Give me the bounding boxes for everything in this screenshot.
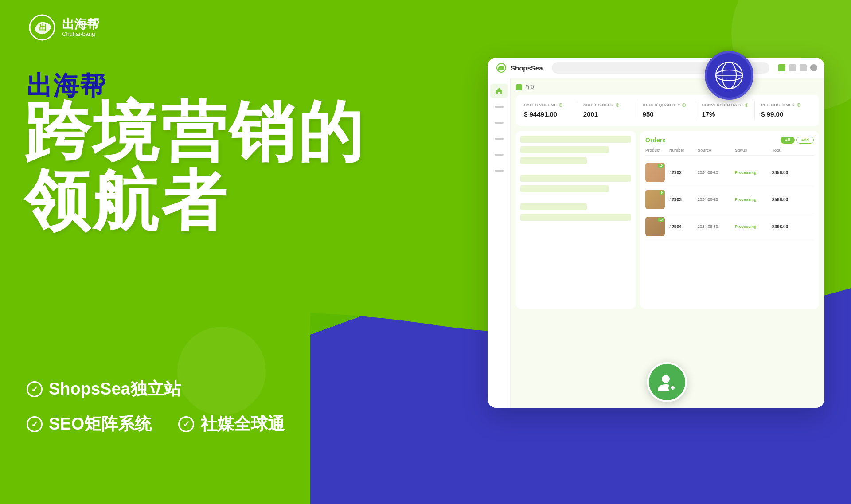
sidebar-item-chart[interactable] (490, 100, 508, 114)
sidebar-item-users[interactable] (490, 148, 508, 162)
order-num-3: #2904 (669, 224, 696, 229)
dash-body: 首页 SALES VOLUME ⓘ $ 94491.00 ACCESS USER (488, 78, 824, 408)
headline-line1: 跨境营销的 (24, 98, 366, 166)
left-placeholder-panel (516, 131, 636, 309)
logo-cn: 出海帮 (62, 18, 99, 31)
sidebar-item-products[interactable] (490, 132, 508, 146)
stat-label-order: ORDER QUANTITY ⓘ (643, 103, 693, 108)
order-date-2: 2024-06-25 (698, 197, 733, 202)
stat-label-sales: SALES VOLUME ⓘ (524, 103, 574, 108)
orders-header: Orders All Add (645, 137, 814, 144)
order-status-3: Processing (735, 224, 770, 229)
dash-icon-user (810, 64, 817, 71)
stat-label-per-customer: PER CUSTOMER ⓘ (761, 103, 811, 108)
check-icon-2: ✓ (27, 416, 43, 432)
order-num-2: #2903 (669, 197, 696, 202)
thumb-badge-1: 10 (658, 164, 664, 168)
stats-grid: SALES VOLUME ⓘ $ 94491.00 ACCESS USER ⓘ … (516, 95, 819, 126)
breadcrumb: 首页 (516, 84, 819, 90)
sidebar-dot-chart (495, 106, 504, 108)
stat-card-sales: SALES VOLUME ⓘ $ 94491.00 (521, 101, 577, 120)
order-status-1: Processing (735, 170, 770, 175)
sidebar-dot-settings (495, 170, 504, 172)
stat-value-access: 2001 (583, 110, 633, 118)
dash-header-icons (778, 64, 817, 71)
placeholder-bar-6 (520, 203, 587, 210)
stat-value-sales: $ 94491.00 (524, 110, 574, 118)
dash-main-content: 首页 SALES VOLUME ⓘ $ 94491.00 ACCESS USER (511, 78, 824, 408)
logo-text-block: 出海帮 Chuhai-bang (62, 18, 99, 37)
stat-info-sales: ⓘ (559, 103, 562, 107)
dash-icon-bell (789, 64, 796, 71)
check-icon-3: ✓ (178, 416, 194, 432)
content-grid: Orders All Add Product Number Source Sta… (516, 131, 819, 309)
logo-en: Chuhai-bang (62, 31, 99, 37)
product-thumb-2: 9 (645, 190, 665, 209)
placeholder-bar-1 (520, 136, 631, 143)
feature-row-2: ✓ SEO矩阵系统 ✓ 社媒全球通 (27, 413, 285, 435)
placeholder-bar-7 (520, 214, 631, 221)
col-status: Status (735, 148, 770, 152)
svg-point-7 (662, 375, 670, 383)
breadcrumb-text: 首页 (525, 84, 535, 90)
dashboard-panel: ShopsSea (488, 58, 824, 408)
order-date-3: 2024-06-30 (698, 224, 733, 229)
avatar-add-button[interactable] (647, 362, 687, 402)
main-container: 出 出海帮 Chuhai-bang 出海帮 跨境营销的 领航者 ✓ ShopsS… (0, 0, 851, 504)
stat-value-order: 950 (643, 110, 693, 118)
dash-icon-grid (778, 64, 785, 71)
sidebar-item-home[interactable] (490, 84, 508, 98)
placeholder-bar-3 (520, 157, 587, 164)
check-icon-1: ✓ (27, 381, 43, 397)
dash-sidebar (488, 78, 511, 408)
dash-icon-settings (800, 64, 807, 71)
orders-table-header: Product Number Source Status Total (645, 148, 814, 156)
stat-info-access: ⓘ (616, 103, 619, 107)
order-total-2: $568.00 (772, 197, 799, 202)
feature-label-2: SEO矩阵系统 (49, 413, 152, 435)
thumb-badge-3: 15 (658, 218, 664, 222)
orders-title: Orders (645, 137, 666, 144)
globe-icon (705, 51, 753, 100)
orders-btn-all[interactable]: All (781, 137, 795, 144)
stat-info-per-customer: ⓘ (797, 103, 800, 107)
thumb-badge-2: 9 (660, 191, 664, 195)
table-row: 9 #2903 2024-06-25 Processing $568.00 (645, 186, 814, 213)
feature-item-2: ✓ SEO矩阵系统 (27, 413, 152, 435)
logo-icon: 出 (27, 14, 58, 41)
dash-header: ShopsSea (488, 58, 824, 78)
stat-card-conversion: CONVERSION RATE ⓘ 17% (699, 101, 755, 120)
dash-app-name: ShopsSea (511, 64, 543, 72)
col-source: Source (698, 148, 733, 152)
order-num-1: #2902 (669, 170, 696, 175)
stat-card-order: ORDER QUANTITY ⓘ 950 (640, 101, 696, 120)
stat-value-conversion: 17% (702, 110, 752, 118)
stat-value-per-customer: $ 99.00 (761, 110, 811, 118)
logo-area: 出 出海帮 Chuhai-bang (27, 14, 99, 41)
features-list: ✓ ShopsSea独立站 ✓ SEO矩阵系统 ✓ 社媒全球通 (27, 378, 285, 435)
sidebar-dot-orders (495, 122, 504, 124)
stat-info-conversion: ⓘ (745, 103, 748, 107)
feature-label-1: ShopsSea独立站 (49, 378, 181, 400)
feature-label-3: 社媒全球通 (200, 413, 285, 435)
stat-label-access: ACCESS USER ⓘ (583, 103, 633, 108)
orders-btn-add[interactable]: Add (796, 137, 814, 144)
col-total: Total (772, 148, 799, 152)
dash-logo: ShopsSea (495, 63, 543, 73)
order-total-1: $458.00 (772, 170, 799, 175)
feature-item-1: ✓ ShopsSea独立站 (27, 378, 285, 400)
stat-label-conversion: CONVERSION RATE ⓘ (702, 103, 752, 108)
home-icon-breadcrumb (516, 84, 522, 90)
sidebar-item-orders[interactable] (490, 116, 508, 130)
table-row: 15 #2904 2024-06-30 Processing $398.00 (645, 213, 814, 240)
stat-info-order: ⓘ (682, 103, 686, 107)
headline: 跨境营销的 领航者 (24, 98, 366, 235)
orders-panel: Orders All Add Product Number Source Sta… (640, 131, 819, 309)
sidebar-dot-users (495, 154, 504, 156)
placeholder-bar-5 (520, 185, 609, 192)
order-status-2: Processing (735, 197, 770, 202)
col-product: Product (645, 148, 668, 152)
placeholder-bar-2 (520, 146, 609, 153)
sidebar-item-settings[interactable] (490, 164, 508, 178)
stat-card-access: ACCESS USER ⓘ 2001 (581, 101, 636, 120)
